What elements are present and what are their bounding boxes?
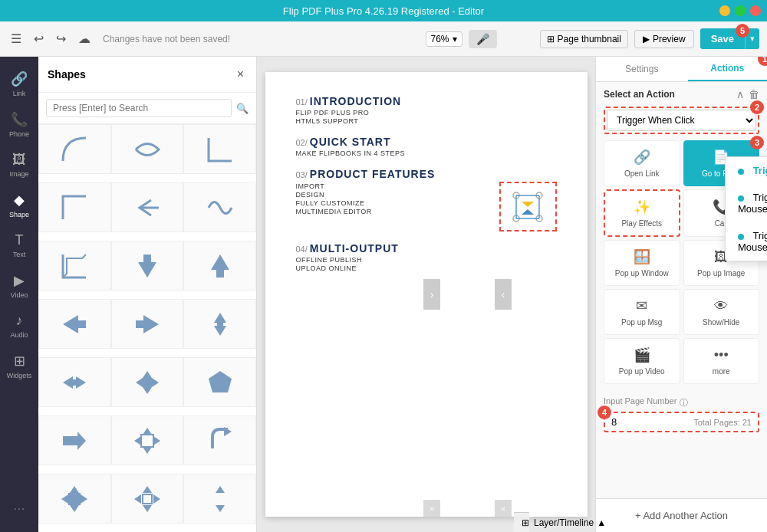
section-04: 04/ MULTI-OUTPUT OFFLINE PUBLISH UPLOAD …: [296, 242, 557, 272]
close-button[interactable]: [750, 5, 761, 16]
trigger-menu-item-mouseover[interactable]: Trigger When Mouseover: [726, 184, 767, 222]
right-panel: Settings Actions 1 Select an Action ∧ 🗑 …: [595, 57, 767, 532]
select-action-icons: ∧ 🗑: [736, 88, 759, 100]
svg-marker-36: [153, 494, 160, 504]
svg-marker-16: [143, 387, 152, 394]
layer-timeline-bar[interactable]: ⊞ Layer/Timeline ▲: [514, 512, 529, 532]
shape-cell-thick-arrow-r[interactable]: [38, 415, 111, 465]
shape-cell-arrow-up[interactable]: [183, 241, 256, 291]
sidebar-item-text[interactable]: T Text: [2, 226, 37, 264]
sidebar-item-widgets[interactable]: ⊞ Widgets: [2, 346, 37, 386]
play-effects-label: Play Effects: [621, 219, 662, 228]
shape-cell-arc1[interactable]: [38, 124, 111, 174]
shape-pentagon: [205, 367, 235, 398]
preview-button[interactable]: ▶ Preview: [634, 30, 694, 48]
trigger-menu-item-mouseleave[interactable]: Trigger When Mouseleave: [726, 222, 767, 261]
action-open-link[interactable]: 🔗 Open Link: [604, 140, 680, 186]
play-icon: ▶: [643, 34, 650, 44]
play-effects-icon: ✨: [634, 199, 650, 215]
shape-cell-pentagon[interactable]: [183, 357, 256, 407]
collapse-button[interactable]: ∧: [736, 88, 744, 100]
action-more[interactable]: ••• more: [683, 338, 760, 384]
page-thumbnail-button[interactable]: ⊞ Page thumbnail: [540, 30, 628, 48]
nav-next-button[interactable]: ›: [423, 279, 440, 310]
svg-marker-30: [61, 494, 68, 504]
shape-cell-double-arrow-h[interactable]: [38, 357, 111, 407]
shape-arc2: [132, 134, 163, 165]
action-popup-msg[interactable]: ✉ Pop up Msg: [604, 289, 680, 335]
sidebar-item-video[interactable]: ▶ Video: [2, 266, 37, 305]
nav-end-button[interactable]: »: [423, 500, 440, 517]
sidebar-audio-label: Audio: [10, 331, 28, 339]
sidebar-item-image[interactable]: 🖼 Image: [2, 146, 37, 184]
shape-cell-arrow-back[interactable]: [111, 182, 184, 232]
action-show-hide[interactable]: 👁 Show/Hide: [683, 289, 760, 335]
shape-cell-arrow-right[interactable]: [111, 299, 184, 349]
sidebar-item-shape[interactable]: ◆ Shape: [2, 186, 37, 225]
cloud-button[interactable]: ☁: [75, 28, 94, 49]
svg-rect-4: [216, 268, 224, 277]
minimize-button[interactable]: [719, 5, 730, 16]
page-number-input[interactable]: [611, 416, 642, 428]
popup-msg-label: Pop up Msg: [621, 318, 662, 327]
shape-move2: [132, 425, 163, 456]
tab-actions[interactable]: Actions: [688, 57, 768, 81]
shape-cell-double-arrow-v[interactable]: [183, 299, 256, 349]
thumbnail-icon: ⊞: [547, 34, 555, 44]
tab-settings[interactable]: Settings: [596, 57, 688, 81]
svg-marker-24: [134, 436, 141, 445]
more-options-button[interactable]: ···: [13, 501, 25, 524]
undo-button[interactable]: ↩: [31, 28, 47, 49]
svg-marker-39: [216, 505, 225, 512]
shape-4arrow2: [132, 484, 163, 514]
sidebar-item-audio[interactable]: ♪ Audio: [2, 307, 37, 345]
nav-prev-button[interactable]: ‹: [495, 279, 512, 310]
more-icon: •••: [714, 347, 729, 363]
maximize-button[interactable]: [735, 5, 746, 16]
action-popup-window[interactable]: 🪟 Pop up Window: [604, 240, 680, 286]
menu-button[interactable]: ☰: [8, 28, 25, 49]
shape-cell-right-angle[interactable]: [38, 241, 111, 291]
svg-marker-21: [63, 432, 86, 450]
shape-cell-wave[interactable]: [183, 182, 256, 232]
shape-cell-move[interactable]: [111, 357, 184, 407]
sidebar-image-label: Image: [9, 170, 28, 178]
section-03-title: PRODUCT FEATURES: [310, 168, 436, 180]
main-area: 🔗 Link 📞 Phone 🖼 Image ◆ Shape T Text ▶ …: [0, 57, 767, 532]
section-01-item-2: HTML5 SUPPORT: [296, 117, 557, 125]
delete-action-button[interactable]: 🗑: [749, 88, 759, 100]
sidebar-item-phone[interactable]: 📞 Phone: [2, 105, 37, 144]
layer-timeline-label: Layer/Timeline: [534, 517, 594, 528]
shape-cell-more[interactable]: [183, 474, 256, 524]
trigger-menu-item-click[interactable]: Trigger When Click: [726, 157, 767, 184]
shape-arrow-down: [132, 251, 163, 281]
shape-cell-arrow-left[interactable]: [38, 299, 111, 349]
shape-overlay[interactable]: [499, 182, 557, 232]
shape-cell-corner[interactable]: [38, 182, 111, 232]
zoom-control[interactable]: 76% ▾: [426, 31, 463, 47]
section-04-num: 04/: [296, 245, 308, 254]
shapes-grid: [38, 124, 256, 532]
shapes-search-input[interactable]: [46, 99, 232, 117]
shape-cell-arrow-down[interactable]: [111, 241, 184, 291]
section-04-item-2: UPLOAD ONLINE: [296, 264, 557, 272]
shape-arc1: [59, 134, 90, 165]
trigger-select[interactable]: Trigger When Click Trigger When Mouseove…: [607, 110, 756, 131]
mic-button[interactable]: 🎤: [469, 30, 497, 48]
nav-start-button[interactable]: «: [495, 500, 512, 517]
action-popup-video[interactable]: 🎬 Pop up Video: [604, 338, 680, 384]
shape-cell-arc2[interactable]: [111, 124, 184, 174]
shape-cell-lshape[interactable]: [183, 124, 256, 174]
shape-cell-move2[interactable]: [111, 415, 184, 465]
redo-button[interactable]: ↪: [53, 28, 69, 49]
shapes-close-button[interactable]: ×: [234, 64, 247, 84]
shape-cell-4arrow2[interactable]: [111, 474, 184, 524]
shape-cell-4arrow[interactable]: [38, 474, 111, 524]
save-group: Save 5 ▾: [700, 28, 759, 49]
add-another-action-button[interactable]: + Add Another Action: [596, 498, 767, 532]
sidebar-item-link[interactable]: 🔗 Link: [2, 64, 37, 103]
section-03-item-2: DESIGN: [296, 191, 372, 199]
action-play-effects[interactable]: ✨ Play Effects: [604, 189, 680, 237]
layer-chevron-icon: ▲: [597, 517, 606, 528]
shape-cell-turn-arrow[interactable]: [183, 415, 256, 465]
